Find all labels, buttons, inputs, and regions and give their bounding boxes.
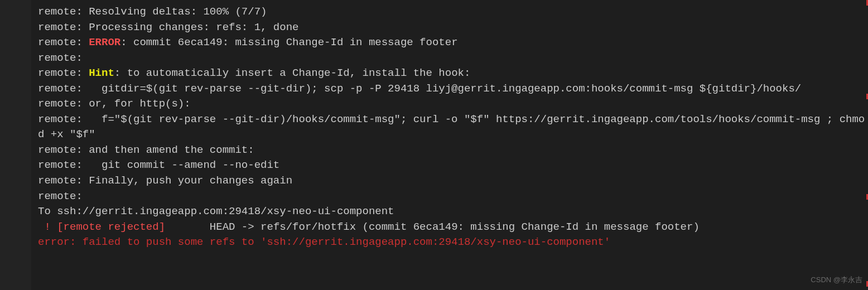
terminal-text-segment: remote: and then amend the commit: [38, 144, 254, 156]
terminal-text-segment: remote: gitdir=$(git rev-parse --git-dir… [38, 83, 801, 95]
terminal-text-segment: : to automatically insert a Change-Id, i… [114, 67, 471, 79]
terminal-text-segment: ERROR [89, 36, 120, 49]
terminal-text-segment: error: failed to push some refs to 'ssh:… [38, 236, 610, 248]
terminal-line: remote: or, for http(s): [38, 96, 868, 112]
terminal-line: remote: ERROR: commit 6eca149: missing C… [38, 35, 868, 51]
terminal-text-segment: ! [remote rejected] [38, 221, 165, 233]
terminal-content[interactable]: remote: Resolving deltas: 100% (7/7)remo… [38, 4, 868, 250]
terminal-line: remote: [38, 51, 868, 66]
terminal-text-segment: remote: f="$(git rev-parse --git-dir)/ho… [38, 113, 865, 141]
terminal-text-segment: remote: [38, 36, 89, 49]
terminal-line: remote: and then amend the commit: [38, 143, 868, 158]
terminal-line: error: failed to push some refs to 'ssh:… [38, 235, 868, 250]
terminal-line: remote: f="$(git rev-parse --git-dir)/ho… [38, 112, 868, 143]
terminal-text-segment: remote: [38, 67, 89, 79]
terminal-text-segment: remote: [38, 52, 83, 64]
terminal-line: remote: Resolving deltas: 100% (7/7) [38, 4, 868, 20]
terminal-line: remote: Finally, push your changes again [38, 173, 868, 189]
editor-gutter [0, 0, 31, 290]
terminal-line: To ssh://gerrit.ingageapp.com:29418/xsy-… [38, 204, 868, 220]
watermark-text: CSDN @李永吉 [811, 275, 862, 286]
terminal-line: remote: Processing changes: refs: 1, don… [38, 20, 868, 36]
terminal-text-segment: remote: [38, 190, 83, 202]
terminal-text-segment: remote: git commit --amend --no-edit [38, 159, 279, 171]
terminal-text-segment: remote: or, for http(s): [38, 98, 191, 110]
terminal-text-segment: remote: Resolving deltas: 100% (7/7) [38, 6, 267, 18]
terminal-text-segment: Hint [89, 67, 114, 79]
terminal-text-segment: remote: Processing changes: refs: 1, don… [38, 21, 298, 33]
terminal-line: remote: gitdir=$(git rev-parse --git-dir… [38, 81, 868, 97]
terminal-text-segment: remote: Finally, push your changes again [38, 175, 292, 187]
terminal-line: remote: [38, 189, 868, 205]
terminal-line: remote: Hint: to automatically insert a … [38, 66, 868, 81]
terminal-text-segment: To ssh://gerrit.ingageapp.com:29418/xsy-… [38, 205, 394, 218]
terminal-line: ! [remote rejected] HEAD -> refs/for/hot… [38, 220, 868, 235]
terminal-line: remote: git commit --amend --no-edit [38, 158, 868, 173]
terminal-text-segment: HEAD -> refs/for/hotfix (commit 6eca149:… [165, 221, 700, 233]
terminal-text-segment: : commit 6eca149: missing Change-Id in m… [120, 36, 457, 49]
terminal-output[interactable]: remote: Resolving deltas: 100% (7/7)remo… [0, 0, 868, 290]
